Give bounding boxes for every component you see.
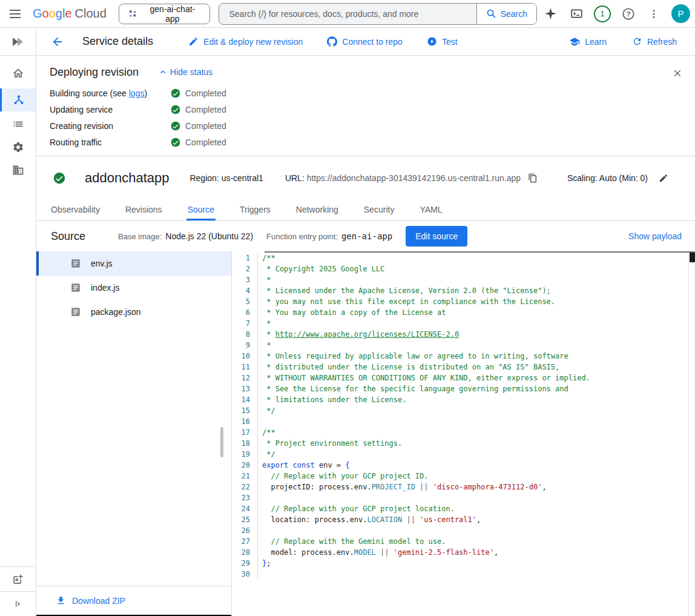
file-item-env.js[interactable]: env.js (36, 251, 231, 276)
rail-list[interactable] (0, 113, 36, 136)
line-number: 27 (232, 536, 257, 547)
service-header: addonchatapp Region: us-central1 URL: ht… (36, 156, 695, 200)
release-notes-icon (12, 574, 24, 585)
code-line: 29}; (232, 558, 695, 569)
copy-icon (528, 173, 538, 183)
google-cloud-logo[interactable]: Google Cloud (33, 7, 107, 21)
edit-scaling-button[interactable] (655, 170, 672, 187)
show-payload-button[interactable]: Show payload (625, 231, 685, 242)
code-line: 9 * (232, 340, 695, 351)
code-editor-scrollbar[interactable] (688, 253, 695, 616)
file-icon (70, 306, 81, 317)
region-value: us-central1 (222, 173, 263, 183)
connect-repo-button[interactable]: Connect to repo (326, 34, 404, 49)
line-content: */ (257, 449, 695, 460)
region-label: Region: (189, 173, 219, 183)
code-line: 8 * http://www.apache.org/licenses/LICEN… (232, 329, 695, 340)
tab-observability[interactable]: Observability (50, 200, 101, 220)
menu-icon (10, 10, 21, 18)
project-selector[interactable]: gen-ai-chat-app (119, 4, 211, 24)
tab-security[interactable]: Security (363, 200, 396, 220)
line-content: }; (257, 558, 695, 569)
rail-bottom (0, 566, 36, 616)
left-rail (0, 28, 36, 616)
cloud-shell-button[interactable] (567, 4, 587, 24)
hide-status-button[interactable]: Hide status (157, 65, 214, 79)
code-line: 1/** (232, 253, 695, 263)
file-item-package.json[interactable]: package.json (36, 300, 231, 324)
github-icon (327, 36, 337, 47)
line-number: 29 (232, 558, 257, 569)
completed-check-icon (171, 105, 180, 114)
line-content: // Replace with your GCP project locatio… (257, 503, 695, 514)
file-panel-scrollbar-thumb[interactable] (220, 427, 223, 457)
learn-cap-icon (569, 36, 580, 47)
line-number: 26 (232, 525, 257, 536)
notifications-badge: 1 (594, 5, 611, 22)
status-rows: Building source (see logs)CompletedUpdat… (50, 88, 682, 147)
tab-yaml[interactable]: YAML (418, 200, 443, 220)
google-logo-word: Google (33, 7, 72, 21)
chevron-up-icon (158, 67, 168, 77)
rail-admin[interactable] (0, 136, 36, 159)
tab-revisions[interactable]: Revisions (124, 200, 163, 220)
code-line: 22 projectID: process.env.PROJECT_ID || … (232, 482, 695, 492)
app-root: Google Cloud gen-ai-chat-app Search 1 (0, 0, 695, 616)
edit-deploy-label: Edit & deploy new revision (203, 37, 303, 47)
line-number: 17 (232, 427, 257, 438)
line-content: projectID: process.env.PROJECT_ID || 'di… (257, 482, 695, 492)
refresh-label: Refresh (647, 37, 677, 47)
kebab-menu-icon (648, 8, 659, 19)
tab-networking[interactable]: Networking (295, 200, 340, 220)
file-item-index.js[interactable]: index.js (36, 276, 231, 300)
rail-expand-panel[interactable] (0, 591, 36, 616)
source-content: env.jsindex.jspackage.json Download ZIP … (36, 251, 695, 616)
url-value: https://addonchatapp-301439142196.us-cen… (307, 173, 521, 183)
cloud-logo-word: Cloud (75, 7, 107, 21)
project-icon (128, 8, 138, 19)
main-menu-button[interactable] (6, 6, 24, 22)
line-number: 19 (232, 449, 257, 460)
deploy-status-row: Creating revisionCompleted (50, 121, 682, 131)
line-number: 20 (232, 460, 257, 471)
close-status-button[interactable] (668, 64, 687, 82)
rail-organization[interactable] (0, 159, 36, 182)
rail-home[interactable] (0, 62, 36, 85)
learn-button[interactable]: Learn (568, 34, 608, 50)
logs-link[interactable]: logs (129, 88, 145, 98)
search-input[interactable] (219, 4, 476, 24)
line-content: export const env = { (257, 460, 695, 471)
rail-release-notes[interactable] (0, 566, 36, 591)
tab-triggers[interactable]: Triggers (239, 200, 272, 220)
deploy-status-row: Routing trafficCompleted (50, 137, 682, 147)
gemini-button[interactable] (541, 4, 561, 24)
status-value: Completed (185, 137, 226, 147)
account-avatar[interactable]: P (671, 4, 690, 23)
edit-source-button[interactable]: Edit source (406, 226, 467, 247)
code-line: 17/** (232, 427, 695, 438)
code-line: 14 * limitations under the License. (232, 394, 695, 405)
file-name: index.js (91, 283, 119, 293)
edit-deploy-button[interactable]: Edit & deploy new revision (187, 34, 304, 49)
status-value: Completed (185, 121, 226, 131)
test-button[interactable]: Test (426, 34, 459, 49)
code-editor[interactable]: 1/**2 * Copyright 2025 Google LLC3 *4 * … (232, 251, 695, 616)
code-editor-scrollbar-thumb[interactable] (690, 253, 695, 262)
search-button[interactable]: Search (476, 4, 536, 24)
edit-pencil-icon (188, 36, 199, 47)
file-list: env.jsindex.jspackage.json (36, 251, 231, 324)
rail-services[interactable] (0, 88, 36, 111)
download-zip-button[interactable]: Download ZIP (36, 586, 231, 616)
refresh-button[interactable]: Refresh (631, 34, 678, 49)
tab-source[interactable]: Source (186, 200, 216, 220)
back-button[interactable] (47, 31, 68, 52)
notifications-button[interactable]: 1 (593, 4, 612, 24)
line-number: 12 (232, 373, 257, 383)
help-button[interactable]: ? (618, 4, 639, 24)
home-icon (12, 67, 24, 79)
line-content: * http://www.apache.org/licenses/LICENSE… (257, 329, 695, 340)
code-line: 25 location: process.env.LOCATION || 'us… (232, 514, 695, 525)
copy-url-button[interactable] (524, 170, 541, 187)
more-options-button[interactable] (645, 5, 663, 23)
svg-text:?: ? (627, 10, 631, 18)
